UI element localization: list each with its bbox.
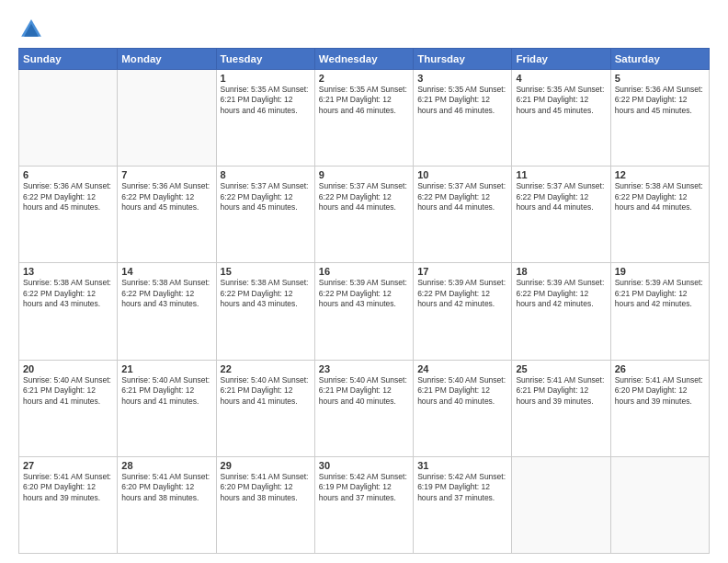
day-info: Sunrise: 5:37 AM Sunset: 6:22 PM Dayligh… <box>516 181 606 213</box>
day-cell: 25Sunrise: 5:41 AM Sunset: 6:21 PM Dayli… <box>512 360 610 456</box>
week-row-1: 1Sunrise: 5:35 AM Sunset: 6:21 PM Daylig… <box>19 70 710 167</box>
day-info: Sunrise: 5:40 AM Sunset: 6:21 PM Dayligh… <box>221 375 311 407</box>
day-number: 19 <box>615 266 705 277</box>
day-info: Sunrise: 5:39 AM Sunset: 6:22 PM Dayligh… <box>516 278 606 309</box>
weekday-header-saturday: Saturday <box>610 49 709 70</box>
day-cell: 26Sunrise: 5:41 AM Sunset: 6:20 PM Dayli… <box>610 360 709 456</box>
day-number: 9 <box>319 169 409 180</box>
day-number: 25 <box>516 363 606 374</box>
day-info: Sunrise: 5:35 AM Sunset: 6:21 PM Dayligh… <box>417 85 507 116</box>
day-number: 28 <box>121 460 211 471</box>
day-cell: 10Sunrise: 5:37 AM Sunset: 6:22 PM Dayli… <box>414 167 512 263</box>
day-cell: 13Sunrise: 5:38 AM Sunset: 6:22 PM Dayli… <box>19 263 118 360</box>
day-cell: 8Sunrise: 5:37 AM Sunset: 6:22 PM Daylig… <box>216 167 314 263</box>
day-number: 17 <box>417 266 507 277</box>
day-info: Sunrise: 5:41 AM Sunset: 6:20 PM Dayligh… <box>221 472 311 503</box>
week-row-5: 27Sunrise: 5:41 AM Sunset: 6:20 PM Dayli… <box>19 456 710 553</box>
day-number: 31 <box>417 460 507 471</box>
day-info: Sunrise: 5:38 AM Sunset: 6:22 PM Dayligh… <box>615 181 705 213</box>
day-cell: 16Sunrise: 5:39 AM Sunset: 6:22 PM Dayli… <box>314 263 413 360</box>
day-info: Sunrise: 5:35 AM Sunset: 6:21 PM Dayligh… <box>221 85 311 116</box>
day-cell: 15Sunrise: 5:38 AM Sunset: 6:22 PM Dayli… <box>216 263 314 360</box>
day-info: Sunrise: 5:38 AM Sunset: 6:22 PM Dayligh… <box>121 278 211 309</box>
day-number: 3 <box>417 73 507 84</box>
day-cell: 21Sunrise: 5:40 AM Sunset: 6:21 PM Dayli… <box>118 360 216 456</box>
day-info: Sunrise: 5:35 AM Sunset: 6:21 PM Dayligh… <box>516 85 606 116</box>
weekday-header-tuesday: Tuesday <box>216 49 314 70</box>
day-number: 22 <box>221 363 311 374</box>
day-cell: 4Sunrise: 5:35 AM Sunset: 6:21 PM Daylig… <box>512 70 610 167</box>
day-cell: 20Sunrise: 5:40 AM Sunset: 6:21 PM Dayli… <box>19 360 118 456</box>
day-number: 4 <box>516 73 606 84</box>
day-cell: 18Sunrise: 5:39 AM Sunset: 6:22 PM Dayli… <box>512 263 610 360</box>
day-info: Sunrise: 5:39 AM Sunset: 6:21 PM Dayligh… <box>615 278 705 309</box>
day-number: 24 <box>417 363 507 374</box>
day-info: Sunrise: 5:37 AM Sunset: 6:22 PM Dayligh… <box>221 181 311 213</box>
logo <box>18 17 48 42</box>
day-info: Sunrise: 5:41 AM Sunset: 6:20 PM Dayligh… <box>615 375 705 407</box>
day-cell: 17Sunrise: 5:39 AM Sunset: 6:22 PM Dayli… <box>414 263 512 360</box>
day-number: 13 <box>23 266 113 277</box>
calendar-table: SundayMondayTuesdayWednesdayThursdayFrid… <box>18 48 710 554</box>
day-info: Sunrise: 5:36 AM Sunset: 6:22 PM Dayligh… <box>121 181 211 213</box>
day-cell: 3Sunrise: 5:35 AM Sunset: 6:21 PM Daylig… <box>414 70 512 167</box>
day-cell: 28Sunrise: 5:41 AM Sunset: 6:20 PM Dayli… <box>118 456 216 553</box>
page: SundayMondayTuesdayWednesdayThursdayFrid… <box>0 0 728 563</box>
day-cell: 14Sunrise: 5:38 AM Sunset: 6:22 PM Dayli… <box>118 263 216 360</box>
weekday-header-wednesday: Wednesday <box>314 49 413 70</box>
day-number: 2 <box>319 73 409 84</box>
weekday-header-thursday: Thursday <box>414 49 512 70</box>
day-cell: 22Sunrise: 5:40 AM Sunset: 6:21 PM Dayli… <box>216 360 314 456</box>
day-cell: 11Sunrise: 5:37 AM Sunset: 6:22 PM Dayli… <box>512 167 610 263</box>
day-cell: 2Sunrise: 5:35 AM Sunset: 6:21 PM Daylig… <box>314 70 413 167</box>
day-info: Sunrise: 5:41 AM Sunset: 6:20 PM Dayligh… <box>121 472 211 503</box>
weekday-header-sunday: Sunday <box>19 49 118 70</box>
week-row-3: 13Sunrise: 5:38 AM Sunset: 6:22 PM Dayli… <box>19 263 710 360</box>
day-info: Sunrise: 5:35 AM Sunset: 6:21 PM Dayligh… <box>319 85 409 116</box>
day-number: 5 <box>615 73 705 84</box>
day-number: 30 <box>319 460 409 471</box>
day-cell: 27Sunrise: 5:41 AM Sunset: 6:20 PM Dayli… <box>19 456 118 553</box>
day-info: Sunrise: 5:42 AM Sunset: 6:19 PM Dayligh… <box>417 472 507 503</box>
day-number: 10 <box>417 169 507 180</box>
day-info: Sunrise: 5:40 AM Sunset: 6:21 PM Dayligh… <box>319 375 409 407</box>
day-number: 18 <box>516 266 606 277</box>
day-number: 7 <box>121 169 211 180</box>
day-cell: 19Sunrise: 5:39 AM Sunset: 6:21 PM Dayli… <box>610 263 709 360</box>
weekday-header-row: SundayMondayTuesdayWednesdayThursdayFrid… <box>19 49 710 70</box>
weekday-header-monday: Monday <box>118 49 216 70</box>
day-number: 6 <box>23 169 113 180</box>
day-number: 23 <box>319 363 409 374</box>
day-info: Sunrise: 5:38 AM Sunset: 6:22 PM Dayligh… <box>221 278 311 309</box>
day-info: Sunrise: 5:40 AM Sunset: 6:21 PM Dayligh… <box>121 375 211 407</box>
day-number: 16 <box>319 266 409 277</box>
day-info: Sunrise: 5:37 AM Sunset: 6:22 PM Dayligh… <box>417 181 507 213</box>
day-number: 29 <box>221 460 311 471</box>
day-number: 27 <box>23 460 113 471</box>
day-number: 8 <box>221 169 311 180</box>
day-info: Sunrise: 5:40 AM Sunset: 6:21 PM Dayligh… <box>417 375 507 407</box>
week-row-4: 20Sunrise: 5:40 AM Sunset: 6:21 PM Dayli… <box>19 360 710 456</box>
day-info: Sunrise: 5:38 AM Sunset: 6:22 PM Dayligh… <box>23 278 113 309</box>
day-number: 11 <box>516 169 606 180</box>
day-cell: 31Sunrise: 5:42 AM Sunset: 6:19 PM Dayli… <box>414 456 512 553</box>
day-cell <box>610 456 709 553</box>
day-cell <box>19 70 118 167</box>
day-cell: 1Sunrise: 5:35 AM Sunset: 6:21 PM Daylig… <box>216 70 314 167</box>
day-info: Sunrise: 5:39 AM Sunset: 6:22 PM Dayligh… <box>417 278 507 309</box>
day-cell: 30Sunrise: 5:42 AM Sunset: 6:19 PM Dayli… <box>314 456 413 553</box>
day-info: Sunrise: 5:41 AM Sunset: 6:20 PM Dayligh… <box>23 472 113 503</box>
day-number: 20 <box>23 363 113 374</box>
day-info: Sunrise: 5:36 AM Sunset: 6:22 PM Dayligh… <box>23 181 113 213</box>
day-cell: 12Sunrise: 5:38 AM Sunset: 6:22 PM Dayli… <box>610 167 709 263</box>
day-info: Sunrise: 5:40 AM Sunset: 6:21 PM Dayligh… <box>23 375 113 407</box>
day-number: 26 <box>615 363 705 374</box>
day-number: 21 <box>121 363 211 374</box>
day-cell: 5Sunrise: 5:36 AM Sunset: 6:22 PM Daylig… <box>610 70 709 167</box>
day-cell: 6Sunrise: 5:36 AM Sunset: 6:22 PM Daylig… <box>19 167 118 263</box>
day-info: Sunrise: 5:37 AM Sunset: 6:22 PM Dayligh… <box>319 181 409 213</box>
day-cell: 24Sunrise: 5:40 AM Sunset: 6:21 PM Dayli… <box>414 360 512 456</box>
day-info: Sunrise: 5:42 AM Sunset: 6:19 PM Dayligh… <box>319 472 409 503</box>
day-cell <box>118 70 216 167</box>
logo-icon <box>18 17 44 42</box>
